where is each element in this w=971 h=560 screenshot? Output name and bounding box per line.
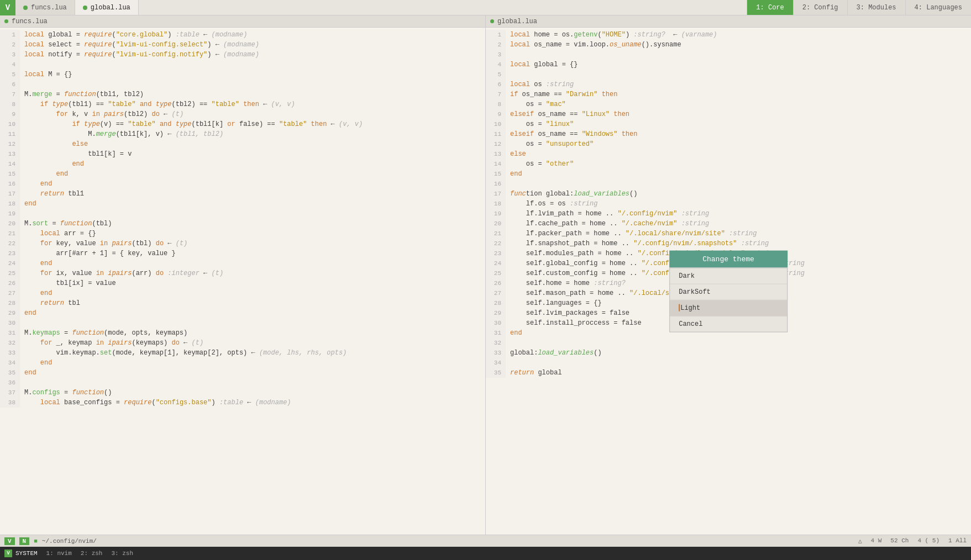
neovim-logo: V (0, 0, 15, 15)
line-row: 19 (0, 209, 485, 219)
line-row: 4 (0, 60, 485, 70)
line-row: 2 local select = require("lvim-ui-config… (0, 40, 485, 50)
line-row: 15 end (0, 169, 485, 179)
line-row: 34 (486, 358, 971, 368)
status-chars: 52 Ch (890, 537, 909, 545)
line-row: 29 end (0, 308, 485, 318)
line-row: 15 end (486, 169, 971, 179)
dropdown-title: Change theme (669, 251, 788, 268)
line-row: 3 local notify = require("lvim-ui-config… (0, 50, 485, 60)
line-row: 6 local os :string (486, 80, 971, 89)
status-mode: N (19, 537, 30, 545)
line-row: 30 (0, 318, 485, 328)
line-row: 28 return tbl (0, 298, 485, 308)
line-row: 27 end (0, 288, 485, 298)
terminal-tab-2[interactable]: 2: zsh (81, 550, 103, 557)
line-row: 7 M.merge = function(tbl1, tbl2) (0, 89, 485, 99)
line-row: 14 os = "other" (486, 159, 971, 169)
system-icon: V (4, 550, 12, 557)
line-row: 26 tbl[ix] = value (0, 278, 485, 288)
line-row: 8 if type(tbl1) == "table" and type(tbl2… (0, 99, 485, 109)
theme-dropdown-overlay: Change theme Dark DarkSoft Light Cancel (669, 251, 788, 332)
terminal-tab-3[interactable]: 3: zsh (111, 550, 133, 557)
status-warnings: 4 W (871, 537, 882, 545)
tab-config[interactable]: 2: Config (793, 0, 847, 15)
line-row: 16 end (0, 179, 485, 189)
line-row: 1 local home = os.getenv("HOME") :string… (486, 30, 971, 40)
top-bar: V funcs.lua global.lua 1: Core 2: Config… (0, 0, 971, 15)
line-row: 5 (486, 70, 971, 80)
dropdown-item-light[interactable]: Light (670, 300, 787, 316)
line-row: 31 M.keymaps = function(mode, opts, keym… (0, 328, 485, 338)
line-row: 25 for ix, value in ipairs(arr) do :inte… (0, 268, 485, 278)
line-row: 5 local M = {} (0, 70, 485, 80)
line-row: 18 lf.os = os :string (486, 199, 971, 209)
line-row: 21 local arr = {} (0, 229, 485, 239)
line-row: 17 return tbl1 (0, 189, 485, 199)
dropdown-item-dark[interactable]: Dark (670, 268, 787, 284)
folder-icon: ■ (34, 538, 38, 545)
terminal-1-label: 1: nvim (46, 550, 72, 557)
terminal-2-label: 2: zsh (81, 550, 103, 557)
line-row: 19 lf.lvim_path = home .. "/.config/nvim… (486, 209, 971, 219)
line-row: 33 global:load_variables() (486, 348, 971, 358)
status-bar: V N ■ ~/.config/nvim/ △ 4 W 52 Ch 4 ( 5)… (0, 535, 971, 547)
line-row: 13 else (486, 149, 971, 159)
tab-core[interactable]: 1: Core (747, 0, 792, 15)
line-row: 33 vim.keymap.set(mode, keymap[1], keyma… (0, 348, 485, 358)
left-filename: funcs.lua (12, 18, 48, 25)
terminal-tab-1[interactable]: 1: nvim (46, 550, 72, 557)
line-row: 1 local global = require("core.global") … (0, 30, 485, 40)
line-row: 7 if os_name == "Darwin" then (486, 89, 971, 99)
status-left: V N ■ ~/.config/nvim/ (4, 537, 97, 545)
line-row: 34 end (0, 358, 485, 368)
terminal-bar: V SYSTEM 1: nvim 2: zsh 3: zsh (0, 547, 971, 560)
line-row: 38 local base_configs = require("configs… (0, 398, 485, 408)
line-row: 12 os = "unsuported" (486, 139, 971, 149)
line-row: 21 lf.packer_path = home .. "/.local/sha… (486, 229, 971, 239)
line-row: 14 end (0, 159, 485, 169)
line-row: 4 local global = {} (486, 60, 971, 70)
line-row: 35 return global (486, 368, 971, 378)
right-filename: global.lua (497, 18, 537, 25)
line-row: 11 elseif os_name == "Windows" then (486, 129, 971, 139)
status-path: ~/.config/nvim/ (42, 538, 97, 545)
tab-languages[interactable]: 4: Languages (905, 0, 971, 15)
right-tabs: 1: Core 2: Config 3: Modules 4: Language… (747, 0, 971, 15)
line-row: 11 M.merge(tbl1[k], v) ← (tbl1, tbl2) (0, 129, 485, 139)
line-row: 16 (486, 179, 971, 189)
line-row: 10 if type(v) == "table" and type(tbl1[k… (0, 119, 485, 129)
right-pane-header: global.lua (486, 15, 971, 28)
tab-modules[interactable]: 3: Modules (847, 0, 905, 15)
file-tab-funcs[interactable]: funcs.lua (15, 0, 75, 15)
left-editor-content[interactable]: 1 local global = require("core.global") … (0, 28, 485, 535)
line-row: 8 os = "mac" (486, 99, 971, 109)
line-row: 37 M.configs = function() (0, 388, 485, 398)
line-row: 32 for _, keymap in ipairs(keymaps) do ←… (0, 338, 485, 348)
line-row: 24 end (0, 258, 485, 268)
dropdown-menu: Dark DarkSoft Light Cancel (669, 268, 788, 332)
file-tab-global[interactable]: global.lua (75, 0, 139, 15)
status-count: 1 All (948, 537, 967, 545)
line-row: 36 (0, 378, 485, 388)
status-right: △ 4 W 52 Ch 4 ( 5) 1 All (858, 537, 967, 545)
line-row: 2 local os_name = vim.loop.os_uname().sy… (486, 40, 971, 50)
file-tabs: funcs.lua global.lua (15, 0, 747, 15)
left-editor-pane: funcs.lua 1 local global = require("core… (0, 15, 485, 535)
dropdown-item-cancel[interactable]: Cancel (670, 316, 787, 332)
line-row: 35 end (0, 368, 485, 378)
warning-icon: △ (858, 537, 862, 545)
cursor-bar (679, 304, 680, 311)
terminal-tab-system[interactable]: V SYSTEM (4, 550, 38, 557)
status-logo: V (4, 537, 15, 545)
status-position: 4 ( 5) (917, 537, 939, 545)
line-row: 20 lf.cache_path = home .. "/.cache/nvim… (486, 219, 971, 229)
line-row: 17 function global:load_variables() (486, 189, 971, 199)
line-row: 10 os = "linux" (486, 119, 971, 129)
line-row: 12 else (0, 139, 485, 149)
line-row: 9 for k, v in pairs(tbl2) do ← (t) (0, 109, 485, 119)
line-row: 3 (486, 50, 971, 60)
terminal-3-label: 3: zsh (111, 550, 133, 557)
line-row: 6 (0, 80, 485, 89)
dropdown-item-darksoft[interactable]: DarkSoft (670, 284, 787, 300)
